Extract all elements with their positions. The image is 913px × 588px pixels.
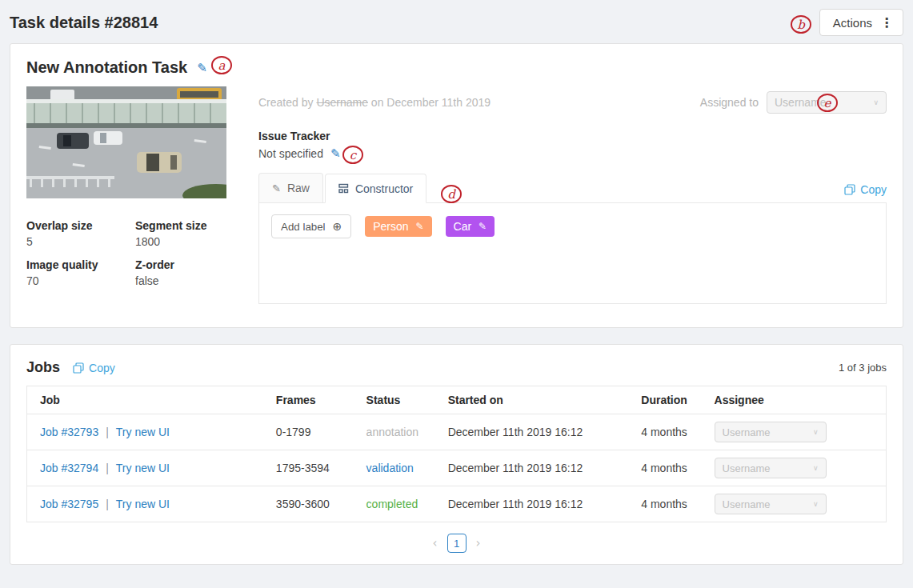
job-assignee-select[interactable]: Username ∨ <box>715 458 827 478</box>
job-link[interactable]: Job #32794 <box>40 462 98 474</box>
copy-labels-button[interactable]: Copy <box>844 183 887 202</box>
tab-raw[interactable]: ✎ Raw <box>258 173 323 202</box>
chevron-down-icon: ∨ <box>813 464 819 472</box>
pagination-prev-button[interactable]: ‹ <box>433 536 438 550</box>
column-header-duration: Duration <box>628 386 701 414</box>
param-label: Z-order <box>135 257 226 273</box>
column-header-status: Status <box>354 386 435 414</box>
edit-label-icon[interactable]: ✎ <box>479 221 487 232</box>
try-new-ui-link[interactable]: Try new UI <box>116 462 170 474</box>
job-frames: 1795-3594 <box>263 450 354 486</box>
param-value: false <box>135 273 226 289</box>
param-label: Segment size <box>135 218 226 234</box>
jobs-table: Job Frames Status Started on Duration As… <box>26 386 887 522</box>
job-link[interactable]: Job #32795 <box>40 498 98 510</box>
job-row: Job #32793|Try new UI 0-1799 annotation … <box>27 414 887 450</box>
pencil-icon: ✎ <box>272 182 281 194</box>
created-by-text: Created by Username on December 11th 201… <box>258 96 491 109</box>
issue-tracker-value: Not specified <box>258 147 323 160</box>
column-header-assignee: Assignee <box>702 386 887 414</box>
assigned-to-label: Assigned to <box>700 96 759 109</box>
separator: | <box>106 462 109 474</box>
job-duration: 4 months <box>628 414 701 450</box>
try-new-ui-link[interactable]: Try new UI <box>116 426 170 438</box>
table-header-row: Job Frames Status Started on Duration As… <box>27 386 887 414</box>
jobs-count: 1 of 3 jobs <box>839 362 887 374</box>
labels-tab-bar: ✎ Raw Constructor Copy <box>258 173 887 203</box>
constructor-block-icon <box>338 183 349 194</box>
label-chip-person[interactable]: Person ✎ <box>365 216 431 237</box>
tab-constructor[interactable]: Constructor <box>325 174 426 203</box>
actions-button-label: Actions <box>833 16 872 30</box>
job-row: Job #32794|Try new UI 1795-3594 validati… <box>27 450 887 486</box>
chevron-down-icon: ∨ <box>813 500 819 508</box>
job-started-on: December 11th 2019 16:12 <box>435 486 629 522</box>
annotation-circle-d: d <box>441 185 462 203</box>
actions-button[interactable]: Actions ⋮ <box>819 9 903 36</box>
job-started-on: December 11th 2019 16:12 <box>435 414 629 450</box>
label-chip-car[interactable]: Car ✎ <box>446 216 495 237</box>
task-preview-image <box>26 86 226 198</box>
jobs-title: Jobs <box>26 359 60 376</box>
copy-jobs-button[interactable]: Copy <box>73 362 115 374</box>
job-status: annotation <box>366 426 418 438</box>
param-value: 70 <box>26 273 135 289</box>
copy-icon <box>844 184 855 195</box>
job-duration: 4 months <box>628 450 701 486</box>
task-parameters: Overlap size 5 Segment size 1800 Image q… <box>26 218 226 296</box>
plus-circle-icon: ⊕ <box>333 220 342 233</box>
job-frames: 3590-3600 <box>263 486 354 522</box>
copy-icon <box>73 362 84 374</box>
chevron-down-icon: ∨ <box>873 98 879 106</box>
label-constructor-panel: Add label ⊕ Person ✎ Car ✎ <box>258 203 887 304</box>
try-new-ui-link[interactable]: Try new UI <box>116 498 170 510</box>
page-header: Task details #28814 Actions ⋮ <box>0 0 913 43</box>
job-duration: 4 months <box>628 486 701 522</box>
issue-tracker-label: Issue Tracker <box>258 130 887 142</box>
param-value: 5 <box>26 234 135 250</box>
jobs-pagination: ‹ 1 › <box>26 534 887 553</box>
more-vertical-icon: ⋮ <box>880 15 893 30</box>
chevron-down-icon: ∨ <box>813 428 819 436</box>
job-status: validation <box>366 462 414 474</box>
column-header-frames: Frames <box>263 386 354 414</box>
annotation-circle-e: e <box>817 94 838 112</box>
job-link[interactable]: Job #32793 <box>40 426 98 438</box>
column-header-started-on: Started on <box>435 386 629 414</box>
param-label: Overlap size <box>26 218 135 234</box>
job-assignee-select[interactable]: Username ∨ <box>715 422 827 442</box>
job-frames: 0-1799 <box>263 414 354 450</box>
param-label: Image quality <box>26 257 135 273</box>
annotation-circle-b: b <box>791 15 811 34</box>
task-name: New Annotation Task <box>26 58 187 77</box>
add-label-button[interactable]: Add label ⊕ <box>271 214 351 238</box>
separator: | <box>106 426 109 438</box>
page-title: Task details #28814 <box>10 14 158 32</box>
pagination-page-1[interactable]: 1 <box>447 534 467 553</box>
job-started-on: December 11th 2019 16:12 <box>435 450 629 486</box>
job-assignee-select[interactable]: Username ∨ <box>715 494 827 514</box>
pagination-next-button[interactable]: › <box>476 536 481 550</box>
jobs-card: Jobs Copy 1 of 3 jobs Job Frames Status … <box>10 344 903 565</box>
job-row: Job #32795|Try new UI 3590-3600 complete… <box>27 486 887 522</box>
annotation-circle-a: a <box>211 56 232 74</box>
annotation-circle-c: c <box>342 146 363 164</box>
edit-issue-tracker-icon[interactable]: ✎ <box>330 146 341 161</box>
job-status: completed <box>366 498 418 510</box>
edit-label-icon[interactable]: ✎ <box>416 221 424 232</box>
created-by-username: Username <box>316 96 368 109</box>
param-value: 1800 <box>135 234 226 250</box>
separator: | <box>106 498 109 510</box>
edit-task-name-icon[interactable]: ✎ <box>197 61 207 75</box>
column-header-job: Job <box>27 386 263 414</box>
